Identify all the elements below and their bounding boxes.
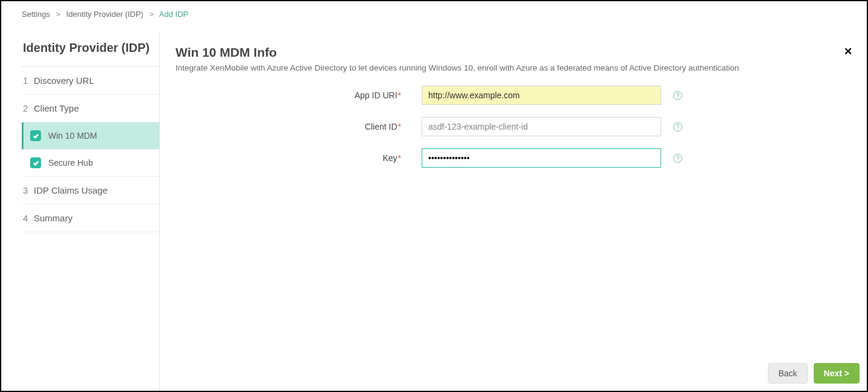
field-label: Client ID* bbox=[176, 122, 405, 131]
app-id-uri-input[interactable] bbox=[422, 86, 661, 105]
form-row-app-id-uri: App ID URI* ? bbox=[176, 86, 867, 105]
step-number: 3 bbox=[23, 185, 34, 195]
form-row-client-id: Client ID* ? bbox=[176, 117, 867, 136]
step-summary[interactable]: 4 Summary bbox=[22, 204, 159, 232]
sidebar-title: Identity Provider (IDP) bbox=[22, 40, 159, 67]
help-icon[interactable]: ? bbox=[673, 91, 682, 100]
client-id-input[interactable] bbox=[422, 117, 661, 136]
breadcrumb-item[interactable]: Settings bbox=[22, 10, 50, 19]
help-icon[interactable]: ? bbox=[673, 122, 682, 131]
step-number: 2 bbox=[23, 103, 34, 113]
main-panel: ✕ Win 10 MDM Info Integrate XenMobile wi… bbox=[159, 32, 867, 391]
step-number: 1 bbox=[23, 75, 34, 86]
checkmark-icon bbox=[30, 157, 41, 168]
checkmark-icon bbox=[30, 130, 41, 141]
breadcrumb-item[interactable]: Identity Provider (IDP) bbox=[66, 10, 144, 19]
page-title: Win 10 MDM Info bbox=[176, 45, 867, 60]
breadcrumb: Settings > Identity Provider (IDP) > Add… bbox=[1, 1, 867, 27]
step-number: 4 bbox=[23, 213, 34, 223]
footer-actions: Back Next > bbox=[768, 363, 860, 384]
field-label: Key* bbox=[176, 153, 405, 163]
step-label: Client Type bbox=[34, 103, 79, 113]
breadcrumb-separator: > bbox=[56, 10, 61, 19]
breadcrumb-separator: > bbox=[149, 10, 154, 19]
substep-win10-mdm[interactable]: Win 10 MDM bbox=[22, 122, 159, 150]
step-label: Discovery URL bbox=[34, 75, 94, 86]
step-idp-claims-usage[interactable]: 3 IDP Claims Usage bbox=[22, 177, 159, 204]
substep-label: Win 10 MDM bbox=[48, 131, 97, 141]
key-input[interactable] bbox=[422, 148, 661, 168]
step-discovery-url[interactable]: 1 Discovery URL bbox=[22, 67, 159, 95]
close-icon[interactable]: ✕ bbox=[844, 45, 852, 58]
sidebar: Identity Provider (IDP) 1 Discovery URL … bbox=[22, 27, 159, 391]
breadcrumb-current: Add IDP bbox=[159, 10, 188, 19]
field-label: App ID URI* bbox=[176, 90, 405, 100]
next-button[interactable]: Next > bbox=[814, 363, 860, 384]
step-label: Summary bbox=[34, 213, 72, 223]
substep-secure-hub[interactable]: Secure Hub bbox=[22, 150, 159, 177]
required-asterisk: * bbox=[398, 90, 401, 100]
back-button[interactable]: Back bbox=[768, 363, 807, 384]
substep-label: Secure Hub bbox=[48, 158, 93, 168]
form-row-key: Key* ? bbox=[176, 148, 867, 168]
help-icon[interactable]: ? bbox=[673, 154, 682, 163]
step-label: IDP Claims Usage bbox=[34, 185, 107, 195]
required-asterisk: * bbox=[398, 153, 401, 163]
required-asterisk: * bbox=[398, 122, 401, 131]
page-description: Integrate XenMobile with Azure Active Di… bbox=[176, 63, 867, 72]
step-client-type[interactable]: 2 Client Type bbox=[22, 95, 159, 122]
